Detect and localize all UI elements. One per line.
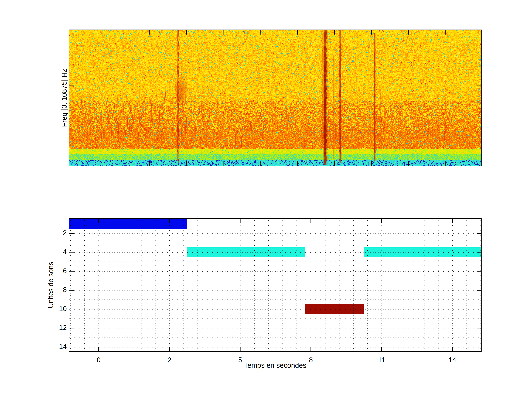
time-xtick	[452, 347, 453, 351]
time-xtick-top	[452, 219, 453, 223]
y-tick-label: 14	[50, 343, 67, 351]
spectrogram-xtick-bottom	[186, 161, 187, 166]
y-tick-label: 12	[50, 324, 67, 332]
spectrogram-ytick-left	[69, 126, 74, 126]
spectrogram-xtick-bottom	[223, 161, 224, 166]
timeline-bar-unit-4	[364, 247, 481, 257]
spectrogram-xtick-top	[149, 30, 150, 35]
unit-ytick-right	[477, 347, 481, 347]
x-tick-label: 0	[97, 356, 101, 364]
spectrogram-xtick-top	[371, 30, 372, 35]
unit-ytick	[69, 233, 74, 234]
spectrogram-ytick-left	[69, 86, 74, 86]
unit-ytick	[69, 290, 74, 291]
spectrogram-ytick-right	[477, 46, 481, 46]
unit-ytick-right	[477, 252, 481, 253]
x-tick-label: 5	[238, 356, 242, 364]
unit-ytick	[69, 328, 74, 329]
spectrogram-ytick-left	[69, 46, 74, 46]
spectrogram-xtick-bottom	[334, 161, 335, 166]
y-tick-label: 10	[50, 305, 67, 313]
spectrogram-xtick-top	[260, 30, 261, 35]
spectrogram-xtick-top	[223, 30, 224, 35]
spectrogram-ytick-right	[477, 106, 481, 106]
spectrogram-ytick-right	[477, 86, 481, 86]
time-xlabel: Temps en secondes	[244, 361, 306, 369]
spectrogram-xtick-bottom	[445, 161, 446, 166]
unit-ytick-right	[477, 309, 481, 309]
time-xtick-top	[98, 219, 99, 223]
spectrogram-ytick-right	[477, 146, 481, 146]
spectrogram-plot	[69, 30, 481, 166]
spectrogram-xtick-top	[445, 30, 446, 35]
spectrogram-xtick-top	[113, 30, 113, 35]
spectrogram-ytick-right	[477, 126, 481, 126]
spectrogram-ylabel: Freq [0, 10875] Hz	[60, 69, 68, 127]
time-xtick	[98, 347, 99, 351]
unit-ytick	[69, 347, 74, 347]
spectrogram-xtick-bottom	[260, 161, 261, 166]
y-tick-label: 2	[50, 229, 67, 237]
unit-ytick-right	[477, 233, 481, 234]
x-tick-label: 14	[449, 356, 456, 364]
spectrogram-xtick-top	[297, 30, 298, 35]
spectrogram-ytick-left	[69, 146, 74, 146]
spectrogram-xtick-bottom	[408, 161, 409, 166]
spectrogram-xtick-bottom	[113, 161, 113, 166]
unit-ytick-right	[477, 290, 481, 291]
time-xtick-top	[381, 219, 382, 223]
unit-ytick-right	[477, 328, 481, 329]
y-tick-label: 6	[50, 267, 67, 275]
time-xtick	[310, 347, 311, 351]
x-tick-label: 8	[309, 356, 313, 364]
spectrogram-ytick-left	[69, 66, 74, 66]
figure-canvas: Freq [0, 10875] Hz Unites de sons Temps …	[0, 0, 532, 399]
spectrogram-xtick-bottom	[371, 161, 372, 166]
unit-ytick-right	[477, 271, 481, 272]
spectrogram-xtick-top	[186, 30, 187, 35]
x-tick-label: 11	[378, 356, 385, 364]
timeline-bar-unit-10	[305, 304, 364, 314]
unit-ytick	[69, 252, 74, 253]
grid-overlay	[69, 219, 481, 351]
time-xtick-top	[240, 219, 241, 223]
unit-ytick	[69, 271, 74, 272]
spectrogram-ytick-left	[69, 106, 74, 106]
x-tick-label: 2	[168, 356, 171, 364]
unit-ytick	[69, 309, 74, 309]
spectrogram-xtick-top	[408, 30, 409, 35]
spectrogram-ytick-right	[477, 66, 481, 66]
time-xtick	[240, 347, 241, 351]
time-xtick-top	[310, 219, 311, 223]
timeline-bar-unit-4	[187, 247, 305, 257]
spectrogram-xtick-bottom	[149, 161, 150, 166]
sound-units-plot	[69, 218, 481, 352]
spectrogram-xtick-bottom	[297, 161, 298, 166]
time-xtick	[381, 347, 382, 351]
time-xtick	[169, 347, 170, 351]
y-tick-label: 4	[50, 248, 67, 256]
spectrogram-image	[69, 30, 481, 166]
time-xtick-top	[169, 219, 170, 223]
spectrogram-xtick-top	[334, 30, 335, 35]
y-tick-label: 8	[50, 286, 67, 294]
